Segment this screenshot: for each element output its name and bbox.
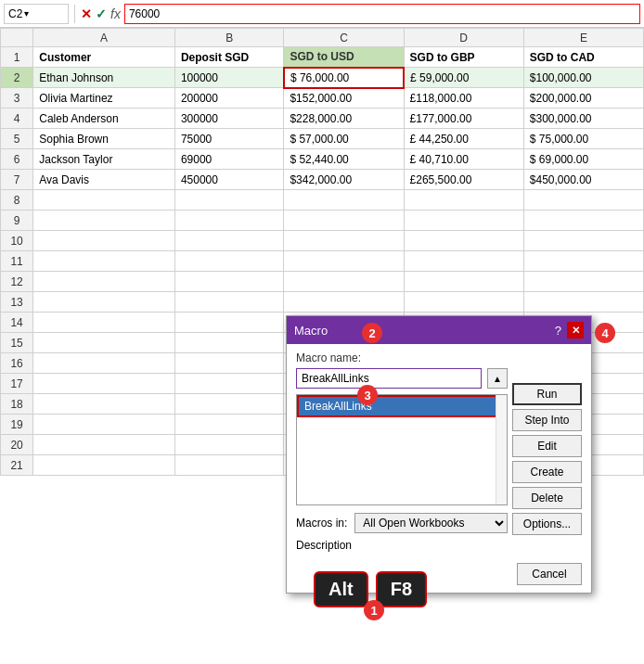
cell-a6[interactable]: Jackson Taylor	[33, 149, 175, 170]
cell-b1[interactable]: Deposit SGD	[174, 47, 283, 68]
description-label: Description	[296, 539, 508, 552]
cancel-formula-icon[interactable]: ✕	[81, 6, 92, 21]
table-row: 11	[1, 251, 644, 272]
formula-icons: ✕ ✓ fx	[81, 6, 121, 21]
macro-name-row: ▲	[296, 368, 508, 389]
cell-a5[interactable]: Sophia Brown	[33, 129, 175, 149]
cell-c1[interactable]: SGD to USD	[284, 47, 404, 68]
cell-c4[interactable]: $228,000.00	[284, 109, 404, 129]
table-row: 7 Ava Davis 450000 $342,000.00 £265,500.…	[1, 170, 644, 190]
cell-c3[interactable]: $152,000.00	[284, 88, 404, 109]
row-num-7: 7	[1, 170, 33, 190]
cell-e2[interactable]: $100,000.00	[523, 68, 643, 88]
table-row: 8	[1, 190, 644, 211]
cell-b2[interactable]: 100000	[174, 68, 283, 88]
cell-e4[interactable]: $300,000.00	[523, 109, 643, 129]
cell-d3[interactable]: £118,000.00	[404, 88, 523, 109]
cell-reference-box[interactable]: C2 ▾	[4, 4, 69, 24]
formula-input[interactable]	[124, 4, 640, 24]
cell-d5[interactable]: £ 44,250.00	[404, 129, 523, 149]
dialog-titlebar: Macro ? ✕	[287, 316, 591, 344]
cell-b4[interactable]: 300000	[174, 109, 283, 129]
table-row: 6 Jackson Taylor 69000 $ 52,440.00 £ 40,…	[1, 149, 644, 170]
col-header-b[interactable]: B	[174, 29, 283, 47]
badge-3: 3	[357, 385, 378, 405]
cell-c5[interactable]: $ 57,000.00	[284, 129, 404, 149]
col-header-a[interactable]: A	[33, 29, 175, 47]
badge-4: 4	[595, 323, 615, 343]
col-header-d[interactable]: D	[404, 29, 523, 47]
delete-button[interactable]: Delete	[512, 487, 582, 509]
badge-2: 2	[362, 323, 382, 343]
dialog-button-group: Run Step Into Edit Create Delete Options…	[512, 383, 582, 535]
cell-d2[interactable]: £ 59,000.00	[404, 68, 523, 88]
row-num-2: 2	[1, 68, 33, 88]
cell-b7[interactable]: 450000	[174, 170, 283, 190]
cell-e5[interactable]: $ 75,000.00	[523, 129, 643, 149]
cell-c2[interactable]: $ 76,000.00	[284, 68, 404, 88]
table-row: 1 Customer Deposit SGD SGD to USD SGD to…	[1, 47, 644, 68]
row-num-4: 4	[1, 109, 33, 129]
formula-bar: C2 ▾ ✕ ✓ fx	[0, 0, 644, 28]
macros-in-select[interactable]: All Open Workbooks	[354, 513, 508, 533]
insert-function-icon[interactable]: fx	[110, 6, 121, 21]
cell-c7[interactable]: $342,000.00	[284, 170, 404, 190]
f8-key: F8	[376, 571, 427, 607]
table-row: 4 Caleb Anderson 300000 $228,000.00 £177…	[1, 109, 644, 129]
cell-a2[interactable]: Ethan Johnson	[33, 68, 175, 88]
step-into-button[interactable]: Step Into	[512, 409, 582, 431]
cell-b5[interactable]: 75000	[174, 129, 283, 149]
edit-button[interactable]: Edit	[512, 435, 582, 457]
cell-d7[interactable]: £265,500.00	[404, 170, 523, 190]
macro-list[interactable]: BreakAllLinks	[296, 394, 508, 505]
badge-1: 1	[364, 600, 384, 620]
cell-e7[interactable]: $450,000.00	[523, 170, 643, 190]
cell-e3[interactable]: $200,000.00	[523, 88, 643, 109]
cell-ref-value: C2	[8, 7, 22, 20]
cancel-button[interactable]: Cancel	[517, 563, 582, 585]
macro-name-input[interactable]	[296, 368, 482, 389]
table-row: 12	[1, 272, 644, 292]
row-num-5: 5	[1, 129, 33, 149]
col-header-c[interactable]: C	[284, 29, 404, 47]
confirm-formula-icon[interactable]: ✓	[96, 6, 107, 21]
run-button[interactable]: Run	[512, 383, 582, 405]
cell-d6[interactable]: £ 40,710.00	[404, 149, 523, 170]
alt-key: Alt	[314, 571, 368, 607]
macro-name-label: Macro name:	[296, 351, 508, 364]
cell-a3[interactable]: Olivia Martinez	[33, 88, 175, 109]
cell-a7[interactable]: Ava Davis	[33, 170, 175, 190]
table-row: 3 Olivia Martinez 200000 $152,000.00 £11…	[1, 88, 644, 109]
create-button[interactable]: Create	[512, 461, 582, 483]
formula-bar-separator	[74, 5, 75, 23]
cell-d1[interactable]: SGD to GBP	[404, 47, 523, 68]
table-row: 9	[1, 211, 644, 231]
corner-cell	[1, 29, 33, 47]
macros-in-row: Macros in: All Open Workbooks	[296, 513, 508, 533]
cell-e1[interactable]: SGD to CAD	[523, 47, 643, 68]
column-header-row: A B C D E	[1, 29, 644, 47]
cell-c6[interactable]: $ 52,440.00	[284, 149, 404, 170]
cell-b6[interactable]: 69000	[174, 149, 283, 170]
table-row: 2 Ethan Johnson 100000 $ 76,000.00 £ 59,…	[1, 68, 644, 88]
dialog-close-button[interactable]: ✕	[567, 322, 584, 338]
macro-list-item[interactable]: BreakAllLinks	[297, 395, 507, 417]
cell-ref-dropdown[interactable]: ▾	[24, 8, 29, 19]
col-header-e[interactable]: E	[523, 29, 643, 47]
row-num-6: 6	[1, 149, 33, 170]
dialog-title: Macro	[294, 324, 328, 338]
cell-b3[interactable]: 200000	[174, 88, 283, 109]
row-num-1: 1	[1, 47, 33, 68]
table-row: 13	[1, 292, 644, 313]
dialog-help-button[interactable]: ?	[555, 324, 561, 338]
list-scrollbar[interactable]	[496, 395, 507, 504]
macro-name-arrow-button[interactable]: ▲	[487, 368, 508, 389]
cell-e6[interactable]: $ 69,000.00	[523, 149, 643, 170]
table-row: 5 Sophia Brown 75000 $ 57,000.00 £ 44,25…	[1, 129, 644, 149]
cell-d4[interactable]: £177,000.00	[404, 109, 523, 129]
cell-a1[interactable]: Customer	[33, 47, 175, 68]
row-num-3: 3	[1, 88, 33, 109]
dialog-titlebar-icons: ? ✕	[555, 322, 584, 338]
cell-a4[interactable]: Caleb Anderson	[33, 109, 175, 129]
options-button[interactable]: Options...	[512, 513, 582, 535]
